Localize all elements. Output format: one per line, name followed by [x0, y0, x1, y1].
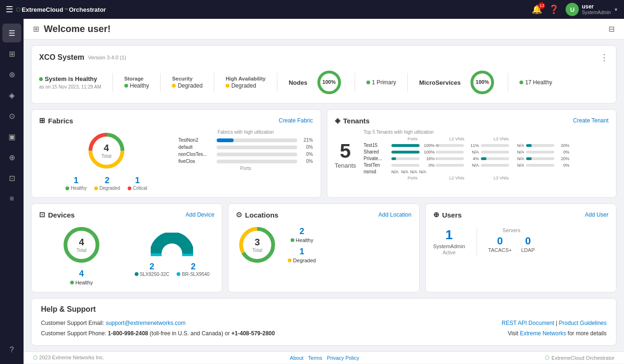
locations-title-area: ⊙ Locations — [236, 210, 278, 219]
devices-content: 4 Total 4 Healthy — [39, 224, 214, 285]
users-title-area: ⊕ Users — [433, 210, 462, 219]
divider-5 — [355, 73, 355, 92]
create-tenant-button[interactable]: Create Tenant — [573, 117, 608, 124]
microservices-healthy-metric: 17 Healthy — [519, 79, 552, 86]
locations-degraded-dot — [288, 259, 292, 262]
help-left: Customer Support Email: support@extremen… — [41, 318, 319, 339]
devices-header: ⊡ Devices Add Device — [39, 210, 214, 219]
sidebar-item-fabric[interactable]: ⊛ — [2, 65, 21, 84]
device-type-br: 2 BR-SLX9540 — [177, 262, 209, 277]
devices-locations-users-row: ⊡ Devices Add Device — [31, 203, 616, 292]
test15-ports2-bar — [436, 144, 439, 147]
tenant-count-section: 5 Tenants — [335, 141, 357, 169]
sidebar-item-list[interactable]: ≡ — [2, 189, 21, 208]
sidebar-item-team[interactable]: ⊕ — [2, 148, 21, 167]
product-guidelines-link[interactable]: Product Guidelines — [559, 320, 607, 326]
fabrics-grid-icon: ⊞ — [39, 116, 45, 125]
footer-about-link[interactable]: About — [290, 355, 304, 361]
locations-stats: 2 Healthy 1 Degraded — [288, 226, 316, 263]
tenants-title-area: ◈ Tenants — [335, 116, 370, 125]
system-card-header: XCO System Version 3.4.0 (1) ⋮ — [39, 52, 608, 63]
system-health-status: System is Healthy as on 15 Nov 2023, 11:… — [39, 75, 101, 89]
tenants-col-headers: Ports L2 VNIs L3 VNIs — [364, 137, 608, 141]
fabrics-content: 4 Total 1 Healthy — [39, 129, 313, 191]
rest-api-link[interactable]: REST API Document — [502, 320, 554, 326]
add-user-button[interactable]: Add User — [585, 211, 608, 218]
notification-bell[interactable]: 🔔 13 — [532, 4, 542, 15]
health-time: as on 15 Nov 2023, 11:29 AM — [39, 84, 101, 89]
tacacs-item: 0 TACACS+ — [488, 235, 512, 253]
help-right: REST API Document | Product Guidelines V… — [329, 318, 607, 339]
devices-half-donut — [151, 233, 193, 256]
system-more-button[interactable]: ⋮ — [600, 52, 608, 63]
help-card: Help & Support Customer Support Email: s… — [31, 298, 616, 346]
sidebar-item-container[interactable]: ▣ — [2, 127, 21, 146]
sidebar-item-menu[interactable]: ☰ — [2, 24, 21, 42]
add-location-button[interactable]: Add Location — [379, 211, 412, 218]
locations-icon: ⊙ — [236, 210, 242, 219]
fabrics-bars-section: Fabrics with high utilization TestNon2 2… — [178, 129, 313, 191]
fabrics-tenants-row: ⊞ Fabrics Create Fabric — [31, 109, 616, 198]
phone-value: 1-800-998-2408 — [108, 330, 148, 337]
container-icon: ▣ — [8, 132, 16, 141]
devices-donut-center: 4 Total — [77, 237, 87, 253]
users-title: Users — [442, 211, 462, 219]
create-fabric-button[interactable]: Create Fabric — [279, 117, 313, 124]
devices-healthy-dot — [70, 281, 74, 284]
sidebar-item-layers[interactable]: ◈ — [2, 86, 21, 105]
storage-dot — [124, 84, 128, 88]
nav-icons: 🔔 13 ❓ U user SystemAdmin ▼ — [532, 3, 618, 16]
system-title-area: XCO System Version 3.4.0 (1) — [39, 53, 126, 62]
fabrics-bar-rows: TestNon2 21% default 0% — [178, 138, 313, 164]
menu-sidebar-icon: ☰ — [8, 29, 15, 38]
locations-content: 3 Total 2 Healthy — [236, 224, 411, 266]
divider-7 — [508, 73, 508, 92]
sidebar-item-dashboard[interactable]: ⊞ — [2, 44, 21, 63]
tenants-content: 5 Tenants Top 5 Tenants with high utiliz… — [335, 129, 609, 180]
locations-degraded-stat: 1 Degraded — [288, 247, 316, 263]
sidebar-item-copy[interactable]: ⊡ — [2, 169, 21, 187]
user-info-area: U user SystemAdmin ▼ — [566, 3, 618, 16]
security-dot — [172, 84, 176, 88]
footer-privacy-link[interactable]: Privacy Policy — [327, 355, 359, 361]
tenant-row-private: Private... 16% 4% N/A — [364, 156, 608, 161]
tenants-header: ◈ Tenants Create Tenant — [335, 116, 609, 125]
tenants-card: ◈ Tenants Create Tenant 5 Tenants Top 5 … — [327, 109, 617, 198]
footer-brand: ⬡ ExtremeCloud Orchestrator — [545, 355, 615, 361]
divider-3 — [214, 73, 214, 92]
menu-icon[interactable]: ☰ — [6, 4, 13, 15]
primary-dot — [366, 81, 370, 84]
tenant-row-nsnsd: nsnsd N/A N/A N/A N/A — [364, 169, 608, 174]
footer-terms-link[interactable]: Terms — [308, 355, 322, 361]
fabrics-title: Fabrics — [48, 117, 73, 125]
health-dot — [39, 77, 43, 81]
fabrics-stats: 1 Healthy 2 — [65, 176, 147, 191]
fabric-bar-fiveclos: fiveClos 0% — [178, 159, 313, 164]
testnon2-bar-fill — [217, 138, 234, 142]
layout-toggle-icon[interactable]: ⊟ — [608, 25, 615, 33]
divider-1 — [113, 73, 113, 92]
sidebar-item-user[interactable]: ⊙ — [2, 106, 21, 125]
microservices-gauge: 100% — [468, 68, 496, 97]
device-type-slx: 2 SLX9250-32C — [135, 262, 170, 277]
question-icon: ? — [10, 346, 14, 354]
phone-intl: +1-408-579-2800 — [231, 330, 275, 337]
devices-donut-section: 4 Total 4 Healthy — [39, 224, 124, 285]
help-icon[interactable]: ❓ — [549, 4, 559, 15]
add-device-button[interactable]: Add Device — [186, 211, 214, 218]
servers-items: 0 TACACS+ 0 LDAP — [488, 235, 535, 253]
fabrics-chart-subtitle: Ports — [178, 166, 313, 171]
user-dropdown-icon[interactable]: ▼ — [614, 7, 618, 12]
fabrics-degraded-dot — [94, 186, 98, 190]
support-email-link[interactable]: support@extremenetworks.com — [105, 320, 186, 326]
fabrics-critical-stat: 1 Critical — [128, 176, 147, 191]
users-divider — [477, 227, 477, 255]
fabric-bar-nonclostes: nonClosTes... 0% — [178, 152, 313, 157]
locations-donut-center: 3 Total — [252, 237, 262, 253]
fabrics-healthy-stat: 1 Healthy — [65, 176, 87, 191]
sidebar-item-help[interactable]: ? — [2, 340, 21, 359]
users-admin-section: 1 SystemAdmin Active — [433, 227, 465, 255]
extreme-networks-link[interactable]: Extreme Networks — [520, 330, 566, 337]
help-content: Customer Support Email: support@extremen… — [41, 318, 607, 339]
help-title: Help & Support — [41, 305, 607, 314]
